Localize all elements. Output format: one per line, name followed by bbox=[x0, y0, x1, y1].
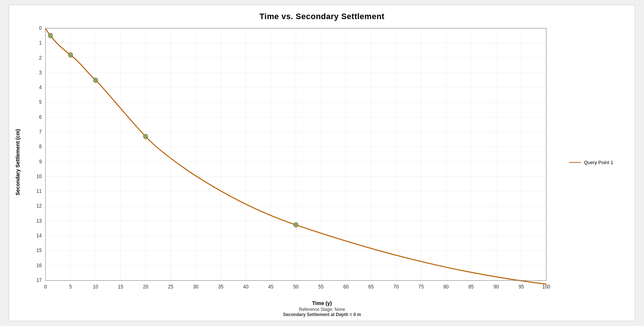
svg-text:0: 0 bbox=[44, 284, 47, 289]
svg-text:17: 17 bbox=[36, 277, 42, 283]
svg-text:30: 30 bbox=[193, 284, 199, 289]
svg-text:60: 60 bbox=[343, 284, 349, 289]
svg-text:4: 4 bbox=[39, 85, 42, 90]
chart-title: Time vs. Secondary Settlement bbox=[259, 12, 384, 21]
svg-text:13: 13 bbox=[36, 218, 42, 223]
svg-text:5: 5 bbox=[69, 284, 72, 289]
svg-text:7: 7 bbox=[39, 129, 42, 135]
svg-text:15: 15 bbox=[36, 248, 42, 253]
svg-text:12: 12 bbox=[36, 203, 42, 209]
y-axis-label: Secondary Settlement (cm) bbox=[12, 24, 23, 300]
svg-point-80 bbox=[68, 53, 73, 57]
reference-stage-label: Reference Stage: None bbox=[283, 307, 361, 312]
svg-text:8: 8 bbox=[39, 144, 42, 149]
svg-text:80: 80 bbox=[444, 284, 449, 289]
svg-text:3: 3 bbox=[39, 70, 42, 75]
svg-point-81 bbox=[93, 78, 98, 82]
legend-area: Query Point 1 bbox=[565, 157, 631, 168]
svg-point-79 bbox=[48, 33, 53, 38]
legend-label: Query Point 1 bbox=[584, 160, 613, 165]
svg-text:15: 15 bbox=[118, 284, 123, 289]
svg-text:5: 5 bbox=[39, 99, 42, 105]
svg-text:50: 50 bbox=[293, 284, 299, 289]
svg-text:1: 1 bbox=[39, 40, 42, 46]
svg-text:100: 100 bbox=[542, 284, 550, 289]
svg-text:75: 75 bbox=[419, 284, 424, 289]
svg-text:25: 25 bbox=[168, 284, 174, 289]
svg-text:40: 40 bbox=[243, 284, 249, 289]
chart-inner: 0 1 2 3 4 5 6 7 8 9 10 11 12 13 14 15 16… bbox=[23, 24, 561, 300]
svg-text:16: 16 bbox=[36, 262, 42, 268]
svg-text:90: 90 bbox=[494, 284, 499, 289]
sec-settlement-depth-label: Secondary Settlement at Depth = 0 m bbox=[283, 312, 361, 317]
svg-text:14: 14 bbox=[36, 233, 42, 238]
svg-text:70: 70 bbox=[393, 284, 399, 289]
svg-point-82 bbox=[143, 134, 148, 139]
svg-text:2: 2 bbox=[39, 55, 42, 60]
svg-point-83 bbox=[294, 223, 298, 227]
svg-text:95: 95 bbox=[518, 284, 524, 289]
bottom-labels: Time (y) Reference Stage: None Secondary… bbox=[283, 300, 361, 321]
legend-item: Query Point 1 bbox=[569, 160, 613, 165]
svg-text:0: 0 bbox=[39, 25, 42, 31]
chart-area: Secondary Settlement (cm) bbox=[9, 24, 635, 300]
chart-container: Time vs. Secondary Settlement Secondary … bbox=[9, 5, 635, 321]
svg-text:55: 55 bbox=[318, 284, 324, 289]
svg-text:9: 9 bbox=[39, 159, 42, 164]
svg-text:45: 45 bbox=[268, 284, 274, 289]
svg-text:85: 85 bbox=[469, 284, 474, 289]
legend-line-icon bbox=[569, 162, 581, 163]
svg-text:11: 11 bbox=[36, 188, 42, 194]
svg-text:35: 35 bbox=[218, 284, 224, 289]
svg-text:10: 10 bbox=[93, 284, 98, 289]
main-chart-svg: 0 1 2 3 4 5 6 7 8 9 10 11 12 13 14 15 16… bbox=[23, 24, 561, 300]
svg-text:20: 20 bbox=[143, 284, 148, 289]
svg-text:10: 10 bbox=[36, 173, 42, 179]
x-axis-label: Time (y) bbox=[283, 300, 361, 306]
svg-text:6: 6 bbox=[39, 114, 42, 120]
svg-text:65: 65 bbox=[368, 284, 374, 289]
